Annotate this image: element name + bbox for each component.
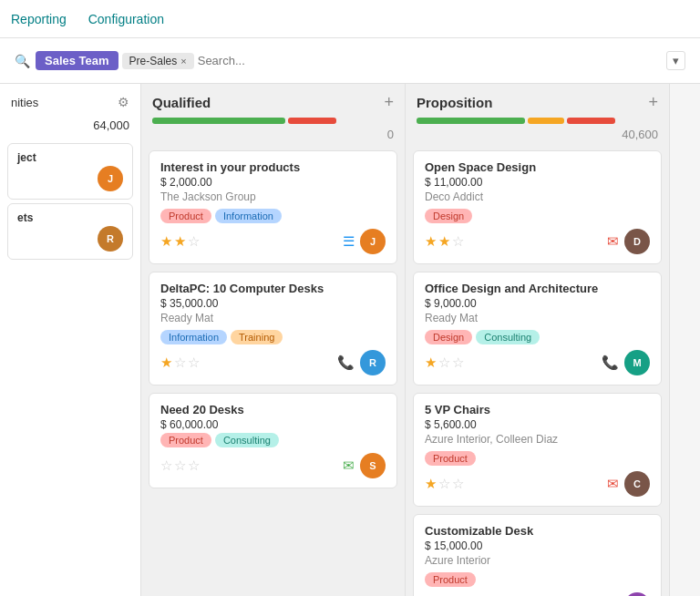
card-footer-qualified-2: ☆☆☆✉S	[160, 453, 386, 478]
card-stars-proposition-2[interactable]: ★☆☆	[425, 476, 464, 492]
search-input[interactable]	[198, 54, 663, 67]
card-avatar-qualified-2: S	[360, 453, 386, 478]
search-bar: 🔍 Sales Team Pre-Sales × ▾	[0, 38, 700, 84]
card-amount-qualified-0: $ 2,000.00	[160, 176, 386, 189]
card-proposition-2[interactable]: 5 VP Chairs$ 5,600.00Azure Interior, Col…	[413, 393, 662, 507]
sidebar-card-2[interactable]: ets R	[7, 203, 133, 260]
card-tag[interactable]: Product	[425, 451, 476, 466]
col-cards-qualified: Interest in your products$ 2,000.00The J…	[141, 147, 405, 596]
col-header-qualified: Qualified+0	[141, 84, 405, 147]
card-tag[interactable]: Information	[215, 209, 282, 223]
card-company-proposition-0: Deco Addict	[425, 190, 650, 203]
star-empty-icon[interactable]: ☆	[174, 355, 186, 371]
sidebar-total-amount: 64,000	[93, 118, 129, 132]
card-tag[interactable]: Consulting	[215, 433, 279, 447]
star-filled-icon[interactable]: ★	[425, 233, 437, 250]
email-green-icon[interactable]: ✉	[343, 457, 355, 474]
card-proposition-1[interactable]: Office Design and Architecture$ 9,000.00…	[413, 272, 662, 385]
remove-presales-tag[interactable]: ×	[180, 56, 186, 67]
card-avatar-qualified-0: J	[360, 229, 386, 254]
card-tag[interactable]: Design	[425, 330, 472, 344]
nav-configuration[interactable]: Configuration	[77, 5, 175, 34]
email-icon[interactable]: ✉	[607, 233, 619, 250]
card-qualified-0[interactable]: Interest in your products$ 2,000.00The J…	[149, 150, 397, 264]
phone-icon[interactable]: 📞	[337, 355, 355, 371]
star-empty-icon[interactable]: ☆	[438, 476, 450, 492]
progress-segment	[528, 118, 564, 124]
star-filled-icon[interactable]: ★	[425, 476, 437, 492]
card-stars-proposition-0[interactable]: ★★☆	[425, 233, 464, 250]
card-title-proposition-3: Customizable Desk	[425, 524, 650, 538]
star-empty-icon[interactable]: ☆	[188, 355, 200, 371]
star-empty-icon[interactable]: ☆	[188, 233, 200, 250]
card-footer-qualified-0: ★★☆☰J	[160, 229, 386, 254]
sales-team-badge[interactable]: Sales Team	[36, 51, 118, 70]
card-tag[interactable]: Product	[425, 572, 476, 587]
top-navigation: Reporting Configuration	[0, 0, 700, 38]
presales-filter-tag[interactable]: Pre-Sales ×	[122, 53, 194, 69]
star-filled-icon[interactable]: ★	[425, 355, 437, 371]
sidebar-card-2-footer: R	[17, 226, 123, 252]
star-empty-icon[interactable]: ☆	[188, 457, 200, 474]
card-tags-qualified-2: ProductConsulting	[160, 433, 386, 447]
star-filled-icon[interactable]: ★	[174, 233, 186, 250]
card-stars-qualified-2[interactable]: ☆☆☆	[160, 457, 200, 474]
card-icons-qualified-1: 📞R	[337, 350, 386, 375]
card-tag[interactable]: Product	[160, 433, 211, 447]
card-avatar-qualified-1: R	[360, 350, 386, 375]
card-qualified-1[interactable]: DeltaPC: 10 Computer Desks$ 35,000.00Rea…	[149, 272, 397, 385]
card-stars-qualified-0[interactable]: ★★☆	[160, 233, 200, 250]
card-qualified-2[interactable]: Need 20 Desks$ 60,000.00ProductConsultin…	[149, 393, 397, 488]
sidebar-header: nities ⚙	[0, 87, 140, 117]
star-empty-icon[interactable]: ☆	[452, 355, 464, 371]
star-empty-icon[interactable]: ☆	[160, 457, 172, 474]
sidebar-card-1[interactable]: ject J	[7, 143, 133, 200]
card-amount-proposition-0: $ 11,000.00	[425, 176, 650, 189]
star-empty-icon[interactable]: ☆	[174, 457, 186, 474]
sidebar-card-2-title: ets	[17, 211, 123, 224]
col-progress-qualified	[152, 118, 394, 124]
card-title-qualified-2: Need 20 Desks	[160, 403, 386, 416]
card-amount-proposition-1: $ 9,000.00	[425, 297, 650, 310]
list-icon[interactable]: ☰	[343, 233, 355, 250]
star-filled-icon[interactable]: ★	[160, 355, 172, 371]
progress-segment	[567, 118, 615, 124]
card-title-qualified-1: DeltaPC: 10 Computer Desks	[160, 282, 386, 295]
search-icon: 🔍	[15, 54, 30, 68]
star-filled-icon[interactable]: ★	[160, 233, 172, 250]
card-title-proposition-1: Office Design and Architecture	[425, 282, 650, 295]
card-proposition-0[interactable]: Open Space Design$ 11,000.00Deco AddictD…	[413, 150, 662, 264]
card-tag[interactable]: Design	[425, 209, 472, 223]
card-stars-proposition-1[interactable]: ★☆☆	[425, 355, 464, 371]
star-empty-icon[interactable]: ☆	[452, 233, 464, 250]
card-tag[interactable]: Information	[160, 330, 227, 344]
card-tags-proposition-1: DesignConsulting	[425, 330, 650, 344]
search-dropdown-button[interactable]: ▾	[666, 51, 685, 70]
card-tag[interactable]: Consulting	[476, 330, 540, 344]
card-tag[interactable]: Training	[231, 330, 283, 344]
star-empty-icon[interactable]: ☆	[438, 355, 450, 371]
sidebar-gear-button[interactable]: ⚙	[118, 95, 129, 109]
kanban-col-qualified: Qualified+0Interest in your products$ 2,…	[141, 84, 406, 596]
col-title-proposition: Proposition	[417, 95, 492, 110]
card-avatar-proposition-1: M	[624, 350, 650, 375]
card-stars-qualified-1[interactable]: ★☆☆	[160, 355, 200, 371]
card-tag[interactable]: Product	[160, 209, 211, 223]
col-add-button-proposition[interactable]: +	[648, 93, 658, 112]
phone-icon[interactable]: 📞	[602, 355, 619, 371]
email-icon[interactable]: ✉	[607, 476, 619, 492]
col-add-button-qualified[interactable]: +	[384, 93, 394, 112]
col-cards-proposition: Open Space Design$ 11,000.00Deco AddictD…	[406, 147, 669, 596]
star-filled-icon[interactable]: ★	[438, 233, 450, 250]
sidebar-amount-row: 64,000	[0, 117, 140, 139]
star-empty-icon[interactable]: ☆	[452, 476, 464, 492]
card-avatar-proposition-2: C	[624, 471, 650, 497]
card-title-proposition-2: 5 VP Chairs	[425, 403, 650, 416]
sidebar-card-1-title: ject	[17, 151, 123, 164]
card-company-qualified-1: Ready Mat	[160, 312, 386, 324]
card-proposition-3[interactable]: Customizable Desk$ 15,000.00Azure Interi…	[413, 514, 662, 596]
card-amount-proposition-2: $ 5,600.00	[425, 418, 650, 431]
card-title-proposition-0: Open Space Design	[425, 160, 650, 174]
card-title-qualified-0: Interest in your products	[160, 160, 386, 174]
nav-reporting[interactable]: Reporting	[0, 5, 77, 34]
